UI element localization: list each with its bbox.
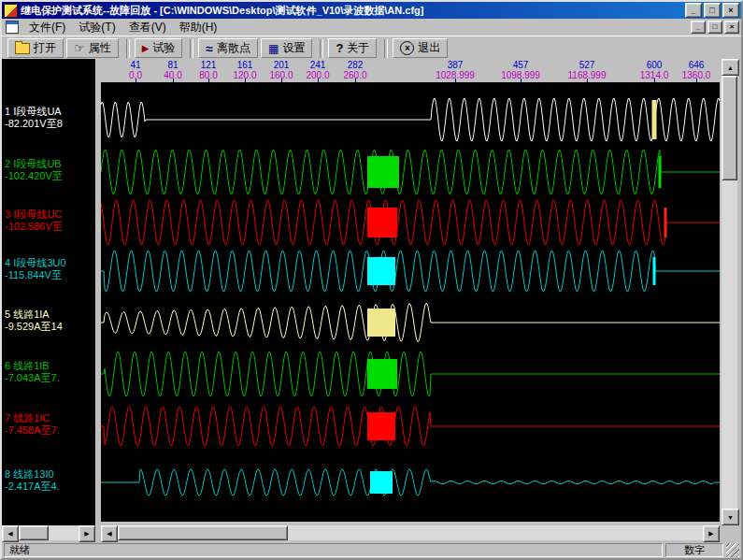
properties-hand-icon bbox=[74, 41, 85, 55]
waveform-area[interactable] bbox=[101, 82, 720, 522]
channel-range: -9.529A至14 bbox=[5, 321, 93, 333]
channel-range: -7.043A至7. bbox=[5, 372, 93, 384]
app-window: 继电保护测试系统--故障回放 - [C:\WINDOWS\Desktop\测试软… bbox=[0, 0, 743, 560]
channel-label-3[interactable]: 3 Ⅰ段母线UC-102.586V至 bbox=[5, 208, 93, 233]
scroll-down-button[interactable]: ▼ bbox=[722, 509, 739, 525]
ruler-tick: 12180.0 bbox=[199, 60, 217, 80]
channel-range: -7.458A至7. bbox=[5, 424, 93, 437]
menu-bar: 文件(F) 试验(T) 查看(V) 帮助(H) _ □ × bbox=[2, 19, 741, 36]
settings-button-label: 设置 bbox=[282, 40, 305, 56]
mdi-restore-button[interactable]: □ bbox=[707, 21, 722, 34]
channel-name: 1 Ⅰ段母线UA bbox=[5, 106, 93, 118]
ruler-tick: 241200.0 bbox=[306, 60, 329, 80]
run-test-icon bbox=[142, 43, 150, 53]
exit-circle-icon bbox=[400, 41, 414, 55]
toolbar-separator bbox=[384, 39, 388, 58]
run-test-button[interactable]: 试验 bbox=[135, 38, 183, 58]
menu-test[interactable]: 试验(T) bbox=[72, 19, 121, 36]
about-button[interactable]: 关于 bbox=[328, 38, 377, 58]
open-button[interactable]: 打开 bbox=[7, 38, 64, 58]
toolbar: 打开 属性 试验 离散点 设置 关于 退出 bbox=[2, 36, 741, 60]
channel-label-5[interactable]: 5 线路1IA-9.529A至14 bbox=[5, 309, 93, 333]
channel-label-7[interactable]: 7 线路1IC-7.458A至7. bbox=[5, 412, 93, 437]
scroll-right-button[interactable]: ▶ bbox=[703, 525, 720, 542]
settings-button[interactable]: 设置 bbox=[261, 38, 312, 58]
channel-range: -102.586V至 bbox=[5, 221, 93, 233]
vertical-scrollbar[interactable]: ▲ ▼ bbox=[722, 59, 737, 525]
cursor-tick-2 bbox=[659, 156, 662, 188]
marker-square-7 bbox=[367, 412, 395, 440]
ruler-sample-number: 121 bbox=[199, 60, 217, 70]
about-button-label: 关于 bbox=[347, 40, 369, 56]
ruler-sample-number: 646 bbox=[682, 60, 711, 70]
channel-scroll-thumb[interactable] bbox=[19, 525, 49, 540]
close-button[interactable]: × bbox=[722, 3, 739, 18]
toolbar-separator bbox=[320, 39, 323, 58]
exit-button-label: 退出 bbox=[418, 40, 440, 56]
vertical-scroll-thumb[interactable] bbox=[722, 76, 737, 180]
app-icon bbox=[4, 4, 18, 18]
discrete-points-button-label: 离散点 bbox=[217, 40, 250, 56]
waveform-panel: 410.08140.012180.0161120.0201160.0241200… bbox=[101, 59, 720, 522]
status-bar: 就绪 数字 bbox=[2, 542, 741, 558]
properties-button[interactable]: 属性 bbox=[66, 38, 119, 58]
channel-name: 2 Ⅰ段母线UB bbox=[5, 158, 93, 170]
waveform-scroll-thumb[interactable] bbox=[118, 525, 288, 540]
mdi-minimize-button[interactable]: _ bbox=[691, 21, 706, 34]
channel-range: -2.417A至4. bbox=[5, 481, 93, 493]
exit-button[interactable]: 退出 bbox=[393, 38, 448, 58]
ruler-tick: 3871028.999 bbox=[436, 60, 475, 80]
ruler-sample-number: 387 bbox=[436, 60, 475, 70]
discrete-points-wave-icon bbox=[206, 41, 213, 56]
ruler-sample-number: 527 bbox=[568, 60, 607, 70]
menu-help[interactable]: 帮助(H) bbox=[173, 19, 224, 36]
maximize-button[interactable]: □ bbox=[704, 3, 721, 18]
channel-label-6[interactable]: 6 线路1IB-7.043A至7. bbox=[5, 360, 93, 384]
ruler-tick: 201160.0 bbox=[269, 60, 293, 80]
ruler-tick: 6461360.0 bbox=[682, 60, 711, 80]
ruler-sample-number: 161 bbox=[233, 60, 256, 70]
ruler-sample-number: 81 bbox=[164, 60, 181, 70]
channel-list-panel: 1 Ⅰ段母线UA-82.201V至82 Ⅰ段母线UB-102.420V至3 Ⅰ段… bbox=[2, 59, 95, 525]
ruler-tick: 6001314.0 bbox=[640, 60, 669, 80]
mdi-child-controls: _ □ × bbox=[691, 21, 739, 34]
discrete-points-button[interactable]: 离散点 bbox=[198, 38, 258, 58]
ruler-sample-number: 41 bbox=[129, 60, 142, 70]
channel-name: 5 线路1IA bbox=[5, 309, 93, 321]
scroll-right-button[interactable]: ▶ bbox=[79, 525, 95, 542]
marker-square-8 bbox=[370, 471, 393, 494]
waveform-hscrollbar[interactable]: ◀ ▶ bbox=[101, 525, 720, 540]
menu-file[interactable]: 文件(F) bbox=[22, 19, 72, 36]
ruler-sample-number: 457 bbox=[501, 60, 540, 70]
channel-label-8[interactable]: 8 线路13I0-2.417A至4. bbox=[5, 468, 93, 493]
channel-label-1[interactable]: 1 Ⅰ段母线UA-82.201V至8 bbox=[5, 106, 93, 130]
channel-panel-hscrollbar[interactable]: ◀ ▶ bbox=[2, 525, 95, 540]
waveform-trace-7 bbox=[101, 407, 720, 446]
cursor-tick-1 bbox=[652, 100, 657, 139]
mdi-close-button[interactable]: × bbox=[724, 21, 739, 34]
scroll-left-button[interactable]: ◀ bbox=[101, 525, 118, 542]
channel-scroll-track[interactable] bbox=[19, 525, 79, 540]
scroll-up-button[interactable]: ▲ bbox=[722, 59, 739, 76]
waveform-trace-2 bbox=[101, 150, 720, 194]
ruler-tick: 161120.0 bbox=[233, 60, 256, 80]
menu-view[interactable]: 查看(V) bbox=[122, 19, 173, 36]
ruler-sample-number: 600 bbox=[640, 60, 669, 70]
ruler-sample-number: 201 bbox=[269, 60, 293, 70]
channel-range: -82.201V至8 bbox=[5, 118, 93, 130]
minimize-button[interactable]: _ bbox=[685, 3, 702, 18]
channel-label-2[interactable]: 2 Ⅰ段母线UB-102.420V至 bbox=[5, 158, 93, 182]
marker-square-2 bbox=[367, 156, 399, 188]
vertical-scroll-track[interactable] bbox=[722, 76, 737, 509]
channel-name: 4 Ⅰ段母线3U0 bbox=[5, 257, 93, 269]
marker-square-6 bbox=[367, 359, 397, 389]
resize-grip[interactable] bbox=[726, 543, 739, 557]
toolbar-separator bbox=[190, 39, 193, 58]
channel-label-4[interactable]: 4 Ⅰ段母线3U0-115.844V至 bbox=[5, 257, 93, 281]
scroll-left-button[interactable]: ◀ bbox=[2, 525, 19, 542]
waveform-trace-5 bbox=[101, 303, 720, 341]
waveform-trace-6 bbox=[101, 352, 720, 396]
run-test-button-label: 试验 bbox=[152, 40, 175, 56]
mdi-child-document-icon[interactable] bbox=[6, 21, 19, 34]
waveform-scroll-track[interactable] bbox=[118, 525, 703, 540]
